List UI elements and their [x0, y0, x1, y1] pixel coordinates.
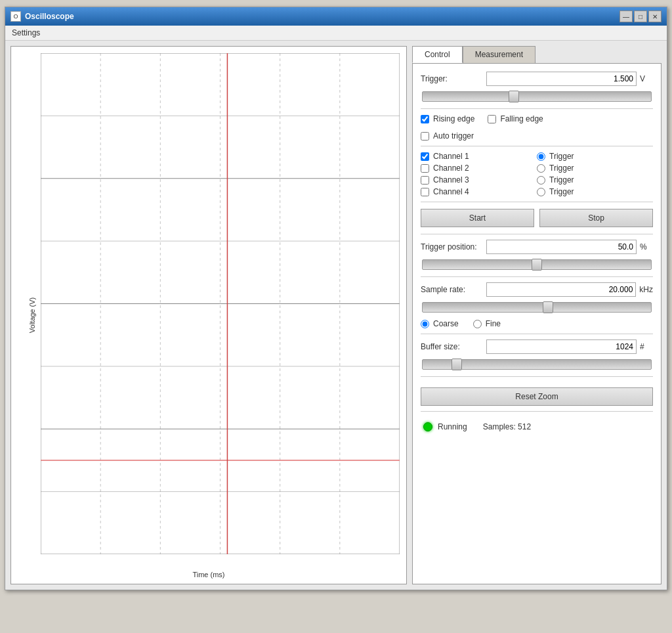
chart-container: Voltage (V) Time (ms): [10, 46, 407, 584]
channel-2-checkbox[interactable]: [421, 164, 429, 173]
trigger-slider-thumb[interactable]: [509, 91, 519, 102]
buffer-size-label: Buffer size:: [421, 342, 486, 351]
channel-3-trigger-radio[interactable]: [537, 176, 545, 185]
fine-radio[interactable]: [473, 320, 482, 328]
coarse-fine-row: Coarse Fine: [421, 319, 653, 328]
start-button[interactable]: Start: [421, 209, 534, 227]
buffer-size-slider-thumb[interactable]: [452, 359, 462, 370]
buffer-size-unit: #: [640, 342, 653, 351]
trigger-position-label: Trigger position:: [421, 242, 486, 251]
trigger-slider-row: [421, 91, 653, 102]
sample-rate-slider-thumb[interactable]: [543, 301, 553, 313]
window-title: Oscilloscope: [25, 12, 74, 21]
titlebar-left: O Oscilloscope: [10, 11, 74, 22]
trigger-position-row: Trigger position: %: [421, 240, 653, 254]
status-label: Running: [438, 422, 467, 431]
sample-rate-input[interactable]: [486, 282, 636, 297]
app-icon: O: [10, 11, 21, 22]
tab-bar: Control Measurement: [412, 46, 662, 63]
channel-4-trigger-radio[interactable]: [537, 188, 545, 196]
channel-2-left: Channel 2: [421, 164, 537, 173]
channel-1-label: Channel 1: [433, 152, 469, 161]
channel-3-left: Channel 3: [421, 175, 537, 185]
sample-rate-unit: kHz: [639, 285, 653, 294]
main-content: Voltage (V) Time (ms): [5, 41, 667, 590]
channel-4-row: Channel 4 Trigger: [421, 187, 653, 196]
trigger-position-input[interactable]: [486, 240, 637, 254]
start-stop-row: Start Stop: [421, 209, 653, 227]
trigger-input[interactable]: [486, 72, 637, 86]
buffer-size-row: Buffer size: #: [421, 339, 653, 354]
trigger-position-slider-thumb[interactable]: [532, 259, 542, 271]
channel-2-trigger-radio[interactable]: [537, 164, 545, 173]
channel-1-trigger: Trigger: [537, 152, 653, 161]
channel-2-row: Channel 2 Trigger: [421, 164, 653, 173]
falling-edge-row: Falling edge: [488, 114, 543, 123]
channel-1-trigger-label: Trigger: [549, 152, 574, 161]
trigger-unit: V: [640, 74, 653, 83]
buffer-size-slider-track[interactable]: [422, 359, 652, 370]
sample-rate-label: Sample rate:: [421, 285, 486, 294]
channel-2-trigger-label: Trigger: [549, 164, 574, 173]
channel-4-checkbox[interactable]: [421, 188, 429, 196]
auto-trigger-checkbox[interactable]: [421, 132, 429, 141]
falling-edge-checkbox[interactable]: [488, 115, 496, 123]
buffer-size-input[interactable]: [486, 339, 637, 354]
maximize-button[interactable]: □: [634, 11, 647, 22]
close-button[interactable]: ✕: [648, 11, 662, 22]
sample-rate-slider-track[interactable]: [422, 302, 652, 313]
tab-control[interactable]: Control: [412, 46, 463, 63]
sample-rate-slider-row: [421, 302, 653, 313]
status-bar: Running Samples: 512: [421, 417, 653, 434]
channel-2-trigger: Trigger: [537, 164, 653, 173]
channel-3-trigger: Trigger: [537, 175, 653, 185]
channel-2-label: Channel 2: [433, 164, 469, 173]
channel-1-trigger-radio[interactable]: [537, 152, 545, 161]
channel-1-row: Channel 1 Trigger: [421, 152, 653, 161]
channel-4-trigger-label: Trigger: [549, 187, 574, 196]
trigger-label: Trigger:: [421, 74, 486, 83]
stop-button[interactable]: Stop: [539, 209, 653, 227]
trigger-position-unit: %: [640, 242, 653, 251]
titlebar: O Oscilloscope — □ ✕: [5, 7, 667, 26]
edge-row: Rising edge Falling edge: [421, 114, 653, 127]
channel-3-label: Channel 3: [433, 175, 469, 185]
auto-trigger-row: Auto trigger: [421, 131, 653, 141]
window-controls: — □ ✕: [620, 11, 662, 22]
reset-zoom-button[interactable]: Reset Zoom: [421, 387, 653, 406]
coarse-radio[interactable]: [421, 320, 429, 328]
channel-4-trigger: Trigger: [537, 187, 653, 196]
channel-1-checkbox[interactable]: [421, 152, 429, 161]
channel-3-trigger-label: Trigger: [549, 175, 574, 185]
trigger-position-slider-row: [421, 259, 653, 270]
channel-4-left: Channel 4: [421, 187, 537, 196]
trigger-row: Trigger: V: [421, 72, 653, 86]
rising-edge-row: Rising edge: [421, 114, 474, 123]
x-axis-label: Time (ms): [192, 571, 224, 578]
settings-label: Settings: [12, 28, 40, 37]
y-axis-label: Voltage (V): [28, 297, 36, 333]
channel-3-row: Channel 3 Trigger: [421, 175, 653, 185]
panel-body: Trigger: V Rising edge: [412, 63, 662, 584]
coarse-label: Coarse: [433, 319, 459, 328]
settings-bar: Settings: [5, 26, 667, 41]
buffer-size-slider-row: [421, 359, 653, 370]
channel-1-left: Channel 1: [421, 152, 537, 161]
tab-measurement[interactable]: Measurement: [463, 46, 536, 63]
oscilloscope-chart: 8 7 6 5 4 3 2 1 0 0 4 8 12 16 20 24: [41, 53, 400, 554]
control-panel: Control Measurement Trigger: V: [412, 46, 662, 584]
falling-edge-label: Falling edge: [500, 114, 543, 123]
fine-label: Fine: [486, 319, 501, 328]
channel-3-checkbox[interactable]: [421, 176, 429, 185]
status-indicator: [423, 422, 432, 431]
trigger-position-slider-track[interactable]: [422, 259, 652, 270]
rising-edge-checkbox[interactable]: [421, 115, 429, 123]
samples-label: Samples: 512: [483, 422, 531, 431]
minimize-button[interactable]: —: [620, 11, 633, 22]
auto-trigger-label: Auto trigger: [433, 131, 474, 141]
trigger-slider-track[interactable]: [422, 91, 652, 102]
sample-rate-row: Sample rate: kHz: [421, 282, 653, 297]
rising-edge-label: Rising edge: [433, 114, 474, 123]
main-window: O Oscilloscope — □ ✕ Settings Voltage (V…: [5, 7, 667, 590]
channel-4-label: Channel 4: [433, 187, 469, 196]
